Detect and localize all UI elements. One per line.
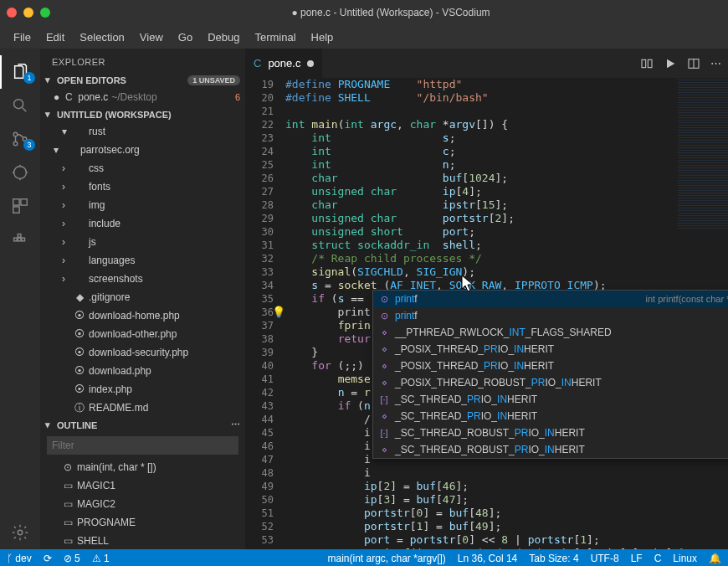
status-encoding[interactable]: UTF-8 [591, 553, 619, 564]
folder-item[interactable]: ›fonts [44, 178, 245, 196]
more-icon[interactable]: ⋯ [710, 57, 721, 69]
folder-item[interactable]: ▾parrotsec.org [44, 141, 245, 159]
outline-item[interactable]: ▭MAGIC2 [44, 495, 245, 513]
chevron-icon: › [62, 162, 70, 174]
suggest-item[interactable]: ⋄_POSIX_THREAD_ROBUST_PRIO_INHERIT [373, 374, 728, 391]
svg-point-12 [18, 530, 23, 535]
status-tabsize[interactable]: Tab Size: 4 [529, 553, 578, 564]
suggest-item[interactable]: [·]_SC_THREAD_PRIO_INHERIT [373, 391, 728, 408]
folder-item[interactable]: ›img [44, 196, 245, 214]
menu-terminal[interactable]: Terminal [248, 28, 302, 47]
fn-icon: ⊙ [62, 461, 74, 473]
split-editor-icon[interactable] [687, 57, 700, 70]
activity-search-icon[interactable] [0, 89, 40, 122]
outline-filter-input[interactable] [47, 436, 238, 455]
outline-item[interactable]: ▭SHELL [44, 532, 245, 550]
workspace-header[interactable]: ▾ UNTITLED (WORKSPACE) [40, 106, 245, 122]
chevron-icon: ▾ [62, 126, 70, 137]
outline-item[interactable]: ▭PROGNAME [44, 513, 245, 532]
outline-header[interactable]: ▾ OUTLINE ⋯ [40, 417, 245, 433]
more-icon[interactable]: ⋯ [231, 419, 240, 430]
outline-item[interactable]: ▭MAGIC1 [44, 476, 245, 495]
activity-docker-icon[interactable] [0, 223, 40, 256]
suggest-item[interactable]: ⋄_SC_THREAD_ROBUST_PRIO_INHERIT [373, 441, 728, 458]
svg-rect-13 [642, 59, 646, 67]
intellisense-popup[interactable]: ⊙printfint printf(const char *__restrict… [372, 290, 728, 459]
folder-item[interactable]: ▾rust [44, 122, 245, 141]
activity-explorer-icon[interactable]: 1 [0, 55, 40, 89]
chevron-down-icon: ▾ [45, 109, 54, 120]
open-editor-item[interactable]: ● C pone.c ~/Desktop 6 [44, 88, 245, 106]
suggest-item[interactable]: ⊙printfint printf(const char *__restrict… [373, 291, 728, 307]
svg-rect-14 [648, 59, 652, 67]
menubar: File Edit Selection View Go Debug Termin… [0, 25, 728, 49]
folder-item[interactable]: ›css [44, 159, 245, 178]
status-bar: ᚴ dev ⟳ ⊘ 5 ⚠ 1 main(int argc, char *arg… [0, 549, 728, 566]
minimize-window[interactable] [23, 8, 33, 18]
error-count: 6 [235, 92, 240, 102]
run-icon[interactable] [664, 57, 677, 70]
chevron-icon: › [62, 181, 70, 193]
folder-item[interactable]: ›include [44, 214, 245, 233]
menu-file[interactable]: File [7, 28, 38, 47]
activity-extensions-icon[interactable] [0, 189, 40, 223]
folder-item[interactable]: ›js [44, 233, 245, 251]
suggest-kind-icon: ⋄ [378, 361, 390, 372]
suggest-kind-icon: ⋄ [378, 378, 390, 388]
file-item[interactable]: ◆.gitignore [44, 288, 245, 306]
status-bell-icon[interactable]: 🔔 [709, 553, 721, 564]
status-position[interactable]: Ln 36, Col 14 [458, 553, 517, 564]
close-window[interactable] [7, 8, 17, 18]
status-sync-icon[interactable]: ⟳ [44, 553, 52, 564]
file-item[interactable]: ⦿download-other.php [44, 325, 245, 343]
status-context[interactable]: main(int argc, char *argv[]) [327, 553, 445, 564]
maximize-window[interactable] [40, 8, 50, 18]
svg-rect-5 [13, 199, 19, 205]
folder-item[interactable]: ›screenshots [44, 270, 245, 288]
tab-bar: C pone.c ⋯ [245, 49, 728, 78]
file-item[interactable]: ⦿download.php [44, 362, 245, 380]
tab-pone-c[interactable]: C pone.c [245, 49, 323, 78]
menu-view[interactable]: View [133, 28, 170, 47]
svg-rect-8 [14, 238, 18, 241]
folder-item[interactable]: ›languages [44, 251, 245, 270]
status-errors[interactable]: ⊘ 5 [64, 553, 80, 564]
const-icon: ▭ [62, 498, 74, 510]
suggest-item[interactable]: ⋄_POSIX_THREAD_PRIO_INHERIT [373, 341, 728, 358]
status-eol[interactable]: LF [631, 553, 643, 564]
suggest-item[interactable]: ⋄_POSIX_THREAD_PRIO_INHERIT [373, 358, 728, 374]
menu-edit[interactable]: Edit [39, 28, 71, 47]
activity-debug-icon[interactable] [0, 156, 40, 189]
open-editors-header[interactable]: ▾ OPEN EDITORS 1 UNSAVED [40, 72, 245, 88]
suggest-item[interactable]: ⋄_SC_THREAD_PRIO_INHERIT [373, 408, 728, 424]
file-item[interactable]: ⦿download-security.php [44, 343, 245, 362]
file-item[interactable]: ⦿index.php [44, 380, 245, 399]
outline-item[interactable]: ⊙main(int, char * []) [44, 458, 245, 476]
menu-help[interactable]: Help [305, 28, 341, 47]
suggest-item[interactable]: ⊙printf [373, 307, 728, 324]
svg-point-2 [13, 142, 18, 146]
status-os[interactable]: Linux [673, 553, 697, 564]
md-icon: ⓘ [74, 401, 85, 415]
file-item[interactable]: ⓘREADME.md [44, 399, 245, 417]
svg-rect-10 [22, 238, 25, 241]
activity-scm-icon[interactable]: 3 [0, 122, 40, 156]
activity-settings-icon[interactable] [0, 516, 40, 549]
suggest-item[interactable]: [·]_SC_THREAD_ROBUST_PRIO_INHERIT [373, 424, 728, 441]
menu-go[interactable]: Go [172, 28, 199, 47]
menu-debug[interactable]: Debug [201, 28, 246, 47]
suggest-kind-icon: ⋄ [378, 327, 390, 338]
status-warnings[interactable]: ⚠ 1 [92, 553, 110, 564]
php-icon: ⦿ [74, 383, 85, 395]
c-file-icon: C [254, 57, 261, 69]
suggest-kind-icon: [·] [378, 394, 390, 404]
lightbulb-icon[interactable]: 💡 [272, 306, 285, 319]
status-branch[interactable]: ᚴ dev [7, 553, 32, 564]
menu-selection[interactable]: Selection [73, 28, 131, 47]
suggest-item[interactable]: ⋄__PTHREAD_RWLOCK_INT_FLAGS_SHARED [373, 324, 728, 341]
compare-icon[interactable] [640, 57, 654, 70]
php-icon: ⦿ [74, 365, 85, 377]
file-item[interactable]: ⦿download-home.php [44, 306, 245, 325]
c-file-icon: C [63, 91, 74, 103]
status-language[interactable]: C [654, 553, 662, 564]
